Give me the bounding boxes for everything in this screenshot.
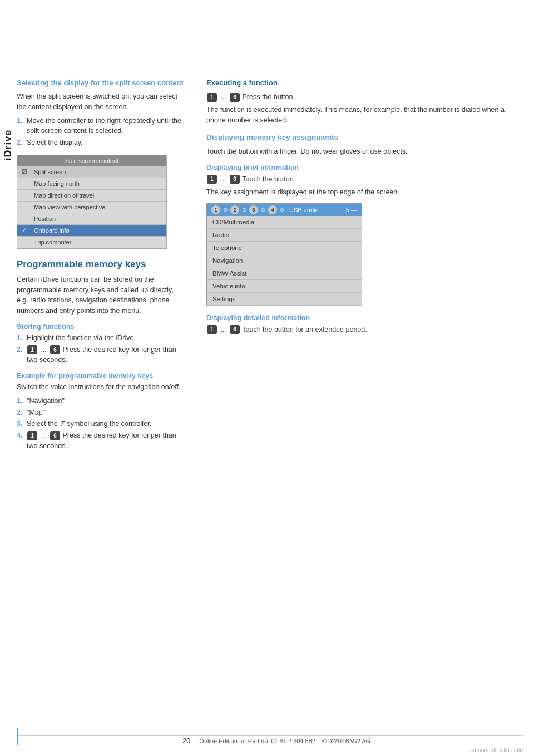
menu-cd: CD/Multimedia: [207, 216, 362, 229]
menu-bmw-assist: BMW Assist: [207, 267, 362, 280]
step-1: 1. Move the controller to the right repe…: [17, 116, 184, 137]
menu-settings: Settings: [207, 293, 362, 306]
detailed-info-heading: Displaying detailed information: [206, 314, 523, 322]
right-column: Executing a function 1 ... 6 Press the b…: [195, 78, 523, 723]
menu-item-direction: Map direction of travel: [17, 190, 166, 202]
menu-label: Trip computer: [34, 239, 71, 246]
execute-body2: The function is executed immediately. Th…: [206, 105, 523, 126]
ex-step-1: 1. "Navigation": [17, 396, 184, 406]
key-badge-r6b: 6: [230, 175, 240, 184]
example-section: Example for programmable memory keys Swi…: [17, 372, 184, 451]
example-body: Switch the voice instructions for the na…: [17, 382, 184, 392]
menu-item-position: Position: [17, 213, 166, 225]
section-split-screen: Selecting the display for the split scre…: [17, 78, 184, 249]
menu-label: Map facing north: [34, 180, 80, 187]
key-badge-r1b: 1: [207, 175, 217, 184]
key-badge-r6c: 6: [230, 325, 240, 334]
storing-step-2: 2. 1 ... 6 Press the desired key for lon…: [17, 345, 184, 366]
menu-telephone: Telephone: [207, 242, 362, 254]
screen-title: Split screen content: [17, 155, 166, 166]
circle-2: 2: [230, 205, 239, 214]
menu-navigation: Navigation: [207, 254, 362, 267]
circle-4: 4: [268, 205, 277, 214]
left-column: Selecting the display for the split scre…: [17, 78, 195, 723]
menu-label: Split screen: [34, 169, 66, 175]
menu-item-perspective: Map view with perspective: [17, 202, 166, 213]
split-screen-image: Split screen content ☑ Split screen Map …: [17, 155, 167, 249]
menu-item-trip: Trip computer: [17, 237, 166, 248]
section-brief-info: Displaying brief information 1 ... 6 Tou…: [206, 164, 523, 306]
storing-step2-text: Press the desired key for longer than tw…: [27, 346, 176, 364]
section-execute: Executing a function 1 ... 6 Press the b…: [206, 78, 523, 126]
split-screen-steps: 1. Move the controller to the right repe…: [17, 116, 184, 148]
section-detailed-info: Displaying detailed information 1 ... 6 …: [206, 314, 523, 335]
brief-info-body: 1 ... 6 Touch the button.: [206, 174, 523, 185]
brief-info-heading: Displaying brief information: [206, 164, 523, 171]
key-badge-1b: 1: [27, 431, 37, 440]
circle-3: 3: [249, 205, 258, 214]
menu-radio: Radio: [207, 229, 362, 242]
storing-heading: Storing functions: [17, 323, 184, 331]
ex-step4-text: Press the desired key for longer than tw…: [27, 431, 176, 450]
execute-body: 1 ... 6 Press the button.: [206, 91, 523, 102]
key-badge-r1c: 1: [207, 325, 217, 334]
menu-item-split: ☑ Split screen: [17, 166, 166, 178]
ex-step-3: 3. Select the ✓̅ symbol using the contro…: [17, 419, 184, 429]
pmk-body: Certain iDrive functions can be stored o…: [17, 274, 184, 316]
step-2: 2. Select the display.: [17, 138, 184, 148]
menu-label: Onboard info: [34, 227, 70, 234]
example-heading: Example for programmable memory keys: [17, 372, 184, 380]
key-badge-6: 6: [50, 345, 60, 354]
sidebar-text: iDrive: [2, 129, 14, 160]
memory-keys-heading: Displaying memory key assignments: [206, 132, 523, 143]
usb-label: USB audio: [289, 207, 319, 213]
footer-text: Online Edition for Part no. 01 41 2 604 …: [199, 738, 370, 744]
brief-screen-image: 1 ⊗ 2 ⊙ 3 ⊙ 4 ⊙ USB audio 5 — CD/Multime…: [206, 203, 362, 306]
key-badge-6b: 6: [50, 431, 60, 440]
content-area: Selecting the display for the split scre…: [17, 78, 523, 723]
memory-keys-body: Touch the button with a finger. Do not w…: [206, 146, 523, 157]
sidebar-label: iDrive: [0, 89, 16, 200]
split-screen-heading: Selecting the display for the split scre…: [17, 78, 184, 88]
screen-top-bar: 1 ⊗ 2 ⊙ 3 ⊙ 4 ⊙ USB audio 5 —: [207, 204, 362, 216]
key-badge-r6: 6: [230, 93, 240, 102]
split-screen-body: When the split screen is switched on, yo…: [17, 91, 184, 112]
footer: 20 Online Edition for Part no. 01 41 2 6…: [0, 737, 534, 745]
execute-heading: Executing a function: [206, 78, 523, 88]
menu-label: Map direction of travel: [34, 192, 94, 199]
menu-item-onboard: ✓ Onboard info: [17, 225, 166, 237]
menu-item-north: Map facing north: [17, 178, 166, 190]
example-steps: 1. "Navigation" 2. "Map" 3. Select the ✓…: [17, 396, 184, 451]
key-badge-r1: 1: [207, 93, 217, 102]
key-badge-1: 1: [27, 345, 37, 354]
footer-bar: [17, 735, 523, 736]
circle-1: 1: [211, 205, 220, 214]
detailed-info-body: 1 ... 6 Touch the button for an extended…: [206, 324, 523, 335]
page-number: 20: [182, 737, 190, 745]
watermark: carmanualsonline.info: [469, 747, 523, 753]
storing-step-1: 1. Highlight the function via the iDrive…: [17, 333, 184, 343]
page-container: iDrive Selecting the display for the spl…: [0, 0, 534, 756]
menu-vehicle-info: Vehicle info: [207, 280, 362, 293]
section-memory-keys: Displaying memory key assignments Touch …: [206, 132, 523, 157]
symbol-icon: ✓̅: [60, 420, 65, 428]
menu-label: Map view with perspective: [34, 204, 105, 210]
section-pmk: Programmable memory keys Certain iDrive …: [17, 259, 184, 451]
menu-label: Position: [34, 215, 56, 222]
storing-steps: 1. Highlight the function via the iDrive…: [17, 333, 184, 365]
ex-step-4: 4. 1 ... 6 Press the desired key for lon…: [17, 430, 184, 451]
brief-info-body2: The key assignment is displayed at the t…: [206, 187, 523, 198]
pmk-heading: Programmable memory keys: [17, 259, 184, 270]
ex-step-2: 2. "Map": [17, 408, 184, 418]
